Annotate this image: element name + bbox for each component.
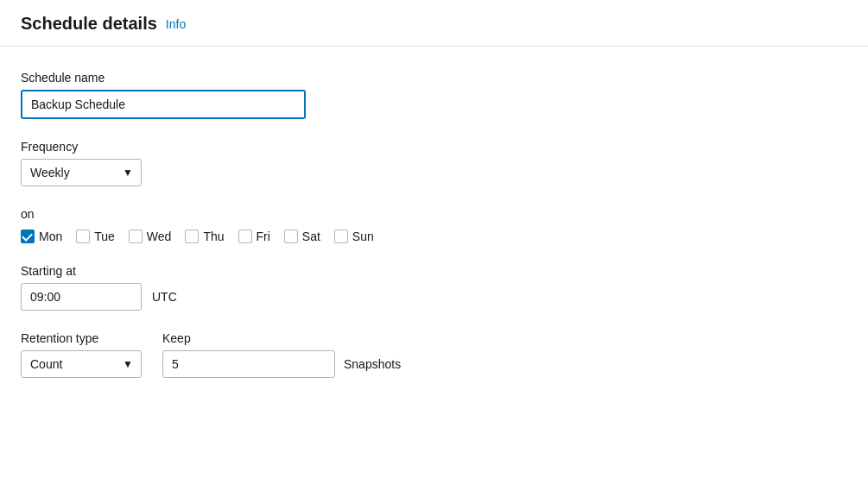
- day-label-thu[interactable]: Thu: [203, 230, 224, 243]
- day-item-sun: Sun: [334, 230, 374, 243]
- day-label-fri[interactable]: Fri: [257, 230, 270, 243]
- day-item-sat: Sat: [284, 230, 320, 243]
- frequency-group: Frequency Daily Weekly Monthly ▼: [21, 140, 847, 186]
- page-title: Schedule details: [21, 14, 157, 34]
- day-checkbox-mon[interactable]: [21, 230, 35, 243]
- day-item-wed: Wed: [129, 230, 172, 243]
- day-label-mon[interactable]: Mon: [39, 230, 62, 243]
- retention-keep-row: Retention type Count Age ▼ Keep Snapshot…: [21, 331, 847, 378]
- retention-type-group: Retention type Count Age ▼: [21, 331, 142, 378]
- on-days-group: on Mon Tue Wed Thu: [21, 207, 847, 243]
- day-label-tue[interactable]: Tue: [94, 230, 115, 243]
- snapshots-label: Snapshots: [344, 357, 401, 371]
- frequency-select[interactable]: Daily Weekly Monthly: [21, 159, 142, 186]
- days-row: Mon Tue Wed Thu Fri: [21, 230, 847, 243]
- day-item-thu: Thu: [185, 230, 224, 243]
- retention-type-label: Retention type: [21, 331, 142, 345]
- day-checkbox-sun[interactable]: [334, 230, 348, 243]
- day-checkbox-wed[interactable]: [129, 230, 143, 243]
- day-item-mon: Mon: [21, 230, 62, 243]
- utc-label: UTC: [152, 290, 177, 304]
- info-link[interactable]: Info: [166, 17, 186, 31]
- day-checkbox-fri[interactable]: [238, 230, 252, 243]
- day-label-wed[interactable]: Wed: [147, 230, 172, 243]
- keep-group: Keep Snapshots: [162, 331, 401, 378]
- day-item-tue: Tue: [76, 230, 115, 243]
- schedule-name-group: Schedule name: [21, 71, 847, 119]
- schedule-name-input[interactable]: [21, 90, 306, 119]
- retention-type-select-wrapper: Count Age ▼: [21, 350, 142, 378]
- frequency-select-wrapper: Daily Weekly Monthly ▼: [21, 159, 142, 186]
- page-container: Schedule details Info Schedule name Freq…: [0, 0, 868, 497]
- schedule-name-label: Schedule name: [21, 71, 847, 85]
- starting-at-input[interactable]: [21, 283, 142, 311]
- day-label-sat[interactable]: Sat: [302, 230, 320, 243]
- header: Schedule details Info: [0, 0, 868, 47]
- retention-type-select[interactable]: Count Age: [21, 350, 142, 378]
- starting-at-row: UTC: [21, 283, 847, 311]
- starting-at-label: Starting at: [21, 264, 847, 278]
- keep-row: Snapshots: [162, 350, 401, 378]
- on-label: on: [21, 207, 847, 221]
- keep-input[interactable]: [162, 350, 335, 378]
- day-label-sun[interactable]: Sun: [352, 230, 374, 243]
- day-checkbox-sat[interactable]: [284, 230, 298, 243]
- day-item-fri: Fri: [238, 230, 270, 243]
- retention-keep-group: Retention type Count Age ▼ Keep Snapshot…: [21, 331, 847, 378]
- day-checkbox-thu[interactable]: [185, 230, 199, 243]
- keep-label: Keep: [162, 331, 401, 345]
- day-checkbox-tue[interactable]: [76, 230, 90, 243]
- starting-at-group: Starting at UTC: [21, 264, 847, 311]
- frequency-label: Frequency: [21, 140, 847, 154]
- content-area: Schedule name Frequency Daily Weekly Mon…: [0, 47, 868, 419]
